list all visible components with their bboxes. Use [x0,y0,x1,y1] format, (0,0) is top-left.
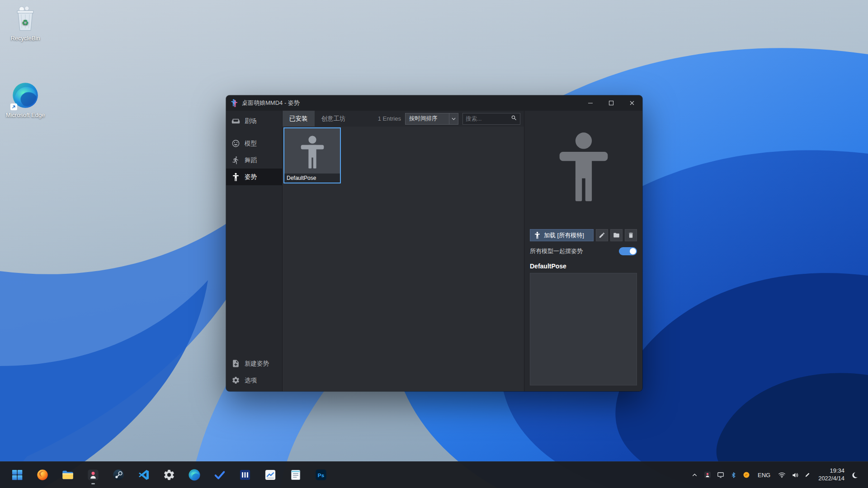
moon-icon[interactable] [850,471,858,479]
taskbar-edge-button[interactable] [184,465,205,486]
all-models-pose-toggle[interactable] [619,247,637,255]
chart-icon [264,469,277,481]
windows-logo-icon [11,469,24,481]
taskbar-photoshop-button[interactable]: Ps [310,465,331,486]
trash-icon [627,232,634,239]
start-button[interactable] [6,465,28,486]
sidebar-item-model[interactable]: 模型 [226,135,282,152]
shortcut-arrow-icon [10,103,17,110]
svg-text:Ps: Ps [317,472,324,478]
tab-label: 已安装 [289,115,308,123]
sidebar-item-new-pose[interactable]: 新建姿势 [226,355,282,372]
pose-properties-panel [530,273,637,385]
tray-bluetooth-icon[interactable] [730,472,737,479]
taskbar-notepad-button[interactable] [285,465,306,486]
sidebar: 剧场 模型 舞蹈 姿势 [226,111,282,391]
tray-security-icon[interactable] [743,471,750,479]
taskbar-file-explorer-button[interactable] [57,465,78,486]
pose-grid: DefaultPose [283,127,524,391]
all-models-toggle-row: 所有模型一起摆姿势 [530,247,637,255]
volume-icon[interactable] [792,472,798,479]
delete-pose-button[interactable] [625,229,637,241]
search-box [462,113,520,125]
taskbar-steam-button[interactable] [108,465,129,486]
theater-icon [231,117,240,126]
svg-text:♻: ♻ [22,18,28,27]
taskbar-task-monitor-button[interactable] [259,465,281,486]
edge-logo-icon [11,81,39,109]
sidebar-item-theater[interactable]: 剧场 [226,112,282,131]
pose-card-defaultpose[interactable]: DefaultPose [283,127,341,183]
desktop-icon-microsoft-edge[interactable]: Microsoft Edge [3,81,48,118]
load-button-label: 加载 [所有模特] [544,231,584,239]
minimize-button[interactable] [580,95,601,111]
search-input[interactable] [466,116,511,122]
toggle-label: 所有模型一起摆姿势 [530,247,583,255]
tpose-person-icon [534,231,540,239]
load-all-models-button[interactable]: 加载 [所有模特] [530,229,594,241]
edge-icon [188,469,201,481]
detail-panel: 加载 [所有模特] 所有模型一起摆姿势 DefaultPose [524,111,642,391]
columns-icon [239,469,251,481]
photoshop-icon: Ps [315,469,327,481]
window-title: 桌面萌娘MMD4 - 姿势 [242,99,300,107]
tab-installed[interactable]: 已安装 [283,111,315,127]
pose-icon [231,173,240,181]
model-icon [231,139,240,148]
sidebar-item-dance[interactable]: 舞蹈 [226,152,282,169]
sidebar-spacer [226,185,282,355]
sidebar-item-label: 舞蹈 [245,156,257,164]
tab-bar: 已安装 创意工坊 1 Entries 按时间排序 [283,111,524,127]
maximize-button[interactable] [601,95,622,111]
app-logo-icon [231,99,238,108]
sidebar-item-label: 姿势 [245,173,257,181]
tpose-person-icon [298,135,326,169]
language-indicator[interactable]: ENG [758,472,770,479]
clock-date: 2022/4/14 [818,475,844,483]
tray-display-icon[interactable] [717,471,724,479]
tab-workshop[interactable]: 创意工坊 [315,111,353,127]
pen-icon[interactable] [804,472,811,478]
taskbar-firefox-button[interactable] [32,465,53,486]
mmd-app-window: 桌面萌娘MMD4 - 姿势 剧场 [226,95,642,391]
folder-icon [613,232,620,239]
wifi-icon[interactable] [778,472,786,478]
pose-preview [530,111,637,222]
window-titlebar[interactable]: 桌面萌娘MMD4 - 姿势 [226,95,642,111]
desktop-icon-recycle-bin[interactable]: ♻ RecycleBin [3,5,48,42]
chevron-down-icon [449,113,458,124]
sidebar-item-label: 选项 [245,376,257,385]
minimize-icon [588,100,593,106]
taskbar-mmd-app-button[interactable] [82,465,104,486]
taskbar-todo-button[interactable] [209,465,230,486]
taskbar-apps-grid-button[interactable] [234,465,255,486]
gear-icon [163,469,175,481]
taskbar-vscode-button[interactable] [133,465,154,486]
edit-pose-button[interactable] [596,229,608,241]
open-folder-button[interactable] [610,229,623,241]
steam-icon [112,469,125,481]
maximize-icon [609,100,614,106]
sidebar-item-pose[interactable]: 姿势 [226,169,282,185]
search-icon [511,115,517,123]
notepad-icon [289,469,302,481]
tpose-person-icon [555,130,613,202]
sort-dropdown[interactable]: 按时间排序 [405,113,458,125]
sidebar-item-label: 模型 [245,140,257,148]
tab-label: 创意工坊 [321,115,346,123]
sidebar-item-label: 新建姿势 [245,360,269,368]
close-button[interactable] [622,95,642,111]
taskbar-settings-button[interactable] [158,465,179,486]
tray-chevron-up-icon[interactable] [691,472,698,479]
recycle-bin-icon: ♻ [11,5,39,33]
sidebar-item-label: 剧场 [245,117,257,125]
sort-dropdown-value: 按时间排序 [409,115,438,122]
system-tray: ENG 19:34 2022/4/14 [691,467,863,483]
selected-pose-name: DefaultPose [530,263,637,270]
panel-toolbar: 加载 [所有模特] [530,229,637,241]
tray-mmd-icon[interactable] [704,471,711,479]
sidebar-item-options[interactable]: 选项 [226,372,282,389]
file-explorer-icon [61,469,74,481]
taskbar-clock[interactable]: 19:34 2022/4/14 [818,467,844,483]
close-icon [629,100,635,106]
